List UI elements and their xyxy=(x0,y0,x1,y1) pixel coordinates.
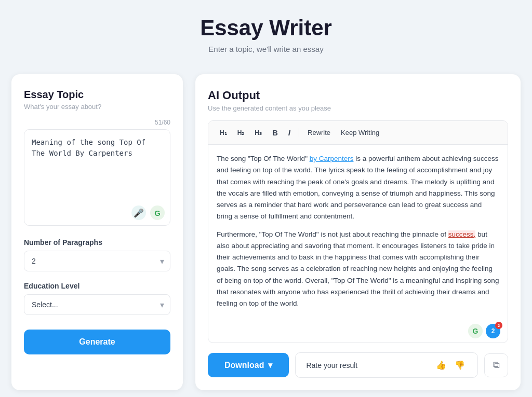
output-subtitle: Use the generated content as you please xyxy=(208,104,508,112)
rate-label: Rate your result xyxy=(306,361,357,369)
editor-toolbar: H₁ H₂ H₃ B I Rewrite Keep Writing xyxy=(208,121,508,145)
editor-body[interactable]: The song "Top Of The World" by Carpenter… xyxy=(208,145,508,320)
right-panel: AI Output Use the generated content as y… xyxy=(195,74,521,390)
toolbar-h3-button[interactable]: H₃ xyxy=(250,127,266,139)
editor-correction-icon[interactable]: 2 2 xyxy=(486,324,500,338)
mic-icon[interactable]: 🎤 xyxy=(131,206,146,220)
output-title: AI Output xyxy=(208,89,508,102)
toolbar-divider xyxy=(299,128,299,138)
download-button[interactable]: Download ▾ xyxy=(208,353,289,377)
toolbar-keep-writing-button[interactable]: Keep Writing xyxy=(337,127,383,139)
left-panel-title: Essay Topic xyxy=(24,89,170,101)
paragraphs-select[interactable]: 1 2 3 4 5 xyxy=(24,251,170,271)
carpenters-link[interactable]: by Carpenters xyxy=(310,155,354,162)
download-label: Download xyxy=(224,361,264,370)
toolbar-italic-button[interactable]: I xyxy=(284,126,295,139)
bottom-bar: Download ▾ Rate your result 👍 👎 ⧉ xyxy=(208,352,508,378)
thumbs-up-button[interactable]: 👍 xyxy=(434,359,448,371)
rate-result-container: Rate your result 👍 👎 xyxy=(295,352,478,378)
toolbar-h2-button[interactable]: H₂ xyxy=(233,127,249,139)
thumbs-down-button[interactable]: 👎 xyxy=(453,359,467,371)
success-highlight: success, xyxy=(448,230,476,238)
page-title: Essay Writer xyxy=(10,16,522,40)
editor-container: H₁ H₂ H₃ B I Rewrite Keep Writing The so… xyxy=(208,120,508,343)
page-subtitle: Enter a topic, we'll write an essay xyxy=(10,45,522,53)
copy-button[interactable]: ⧉ xyxy=(484,353,508,377)
toolbar-rewrite-button[interactable]: Rewrite xyxy=(303,127,335,139)
textarea-wrapper: 🎤 G xyxy=(24,129,170,226)
toolbar-bold-button[interactable]: B xyxy=(268,126,282,139)
char-count: 51/60 xyxy=(24,119,170,126)
copy-icon: ⧉ xyxy=(493,360,500,371)
left-panel: Essay Topic What's your essay about? 51/… xyxy=(11,74,183,390)
correction-badge: 2 xyxy=(495,322,502,329)
toolbar-h1-button[interactable]: H₁ xyxy=(216,127,231,139)
education-select[interactable]: Select... High School College University… xyxy=(24,294,170,315)
left-panel-subtitle: What's your essay about? xyxy=(24,103,170,111)
editor-footer: G 2 2 xyxy=(208,320,508,343)
education-label: Education Level xyxy=(24,282,170,290)
rate-icons: 👍 👎 xyxy=(434,359,467,371)
textarea-icons: 🎤 G xyxy=(131,206,165,220)
editor-grammar-icon[interactable]: G xyxy=(468,324,483,338)
grammar-icon[interactable]: G xyxy=(150,206,165,220)
education-select-wrapper: Select... High School College University… xyxy=(24,294,170,315)
generate-button[interactable]: Generate xyxy=(24,330,170,354)
output-paragraph-1: The song "Top Of The World" by Carpenter… xyxy=(217,153,499,223)
main-content: Essay Topic What's your essay about? 51/… xyxy=(11,74,521,390)
download-chevron-icon: ▾ xyxy=(268,360,272,370)
output-paragraph-2: Furthermore, "Top Of The World" is not j… xyxy=(217,229,499,310)
paragraphs-label: Number of Paragraphs xyxy=(24,238,170,247)
paragraphs-select-wrapper: 1 2 3 4 5 ▾ xyxy=(24,251,170,271)
